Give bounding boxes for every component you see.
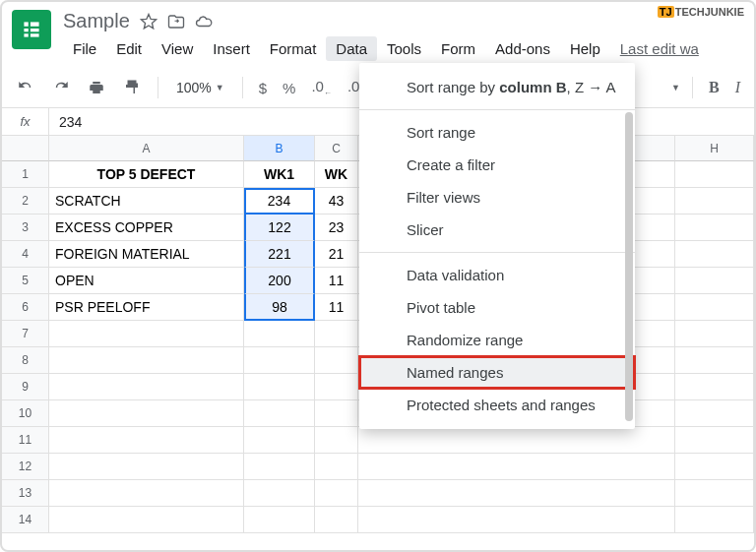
cell[interactable]: 98 xyxy=(244,294,315,321)
menu-data[interactable]: Data xyxy=(326,36,377,61)
menu-edit[interactable]: Edit xyxy=(106,36,152,61)
menu-protected-sheets[interactable]: Protected sheets and ranges xyxy=(359,389,635,421)
cell[interactable] xyxy=(315,374,358,400)
doc-title[interactable]: Sample xyxy=(63,10,130,32)
cell[interactable]: 221 xyxy=(244,241,315,268)
cell[interactable] xyxy=(49,427,244,454)
cell[interactable] xyxy=(244,480,315,507)
cell[interactable] xyxy=(244,454,315,480)
col-header-c[interactable]: C xyxy=(315,136,358,161)
active-cell[interactable]: 234 xyxy=(244,188,315,215)
cell[interactable]: 21 xyxy=(315,241,358,268)
cell[interactable] xyxy=(49,321,244,347)
row-header[interactable]: 4 xyxy=(2,241,49,268)
cell[interactable] xyxy=(315,507,358,533)
cell[interactable] xyxy=(244,400,315,427)
menu-form[interactable]: Form xyxy=(431,36,485,61)
cell[interactable] xyxy=(49,480,244,507)
cell[interactable] xyxy=(315,321,358,347)
col-header-h[interactable]: H xyxy=(675,136,754,161)
menu-create-filter[interactable]: Create a filter xyxy=(359,149,635,181)
cell[interactable] xyxy=(358,427,675,454)
cell[interactable] xyxy=(244,321,315,347)
chevron-down-icon[interactable]: ▼ xyxy=(671,83,680,92)
cell[interactable]: PSR PEELOFF xyxy=(49,294,244,321)
menu-named-ranges[interactable]: Named ranges xyxy=(359,356,635,389)
print-button[interactable] xyxy=(83,74,110,101)
menu-data-validation[interactable]: Data validation xyxy=(359,259,635,291)
menu-sort-range[interactable]: Sort range xyxy=(359,116,635,149)
menu-addons[interactable]: Add-ons xyxy=(485,36,560,61)
cell[interactable]: WK xyxy=(315,161,358,188)
star-icon[interactable] xyxy=(140,13,158,31)
row-header[interactable]: 7 xyxy=(2,321,49,347)
menu-pivot-table[interactable]: Pivot table xyxy=(359,291,635,324)
decrease-decimal-button[interactable]: .0← xyxy=(307,78,336,97)
cell[interactable] xyxy=(244,374,315,400)
row-header[interactable]: 11 xyxy=(2,427,49,454)
italic-button[interactable]: I xyxy=(731,79,744,96)
cell[interactable] xyxy=(358,454,675,480)
cell[interactable] xyxy=(675,480,754,507)
row-header[interactable]: 2 xyxy=(2,188,49,215)
cell[interactable] xyxy=(315,400,358,427)
cell[interactable] xyxy=(315,480,358,507)
menu-format[interactable]: Format xyxy=(260,36,327,61)
bold-button[interactable]: B xyxy=(705,79,724,96)
cell[interactable] xyxy=(675,374,754,400)
menu-file[interactable]: File xyxy=(63,36,106,61)
cell[interactable]: 23 xyxy=(315,215,358,241)
cell[interactable] xyxy=(49,374,244,400)
menu-tools[interactable]: Tools xyxy=(377,36,431,61)
row-header[interactable]: 8 xyxy=(2,347,49,374)
cell[interactable]: 11 xyxy=(315,268,358,294)
cell[interactable]: 200 xyxy=(244,268,315,294)
cloud-saved-icon[interactable] xyxy=(195,13,213,31)
zoom-select[interactable]: 100%▼ xyxy=(170,80,230,95)
currency-button[interactable]: $ xyxy=(255,80,271,96)
cell[interactable]: WK1 xyxy=(244,161,315,188)
redo-button[interactable] xyxy=(47,74,75,101)
cell[interactable] xyxy=(675,215,754,241)
row-header[interactable]: 1 xyxy=(2,161,49,188)
cell[interactable] xyxy=(49,347,244,374)
cell[interactable] xyxy=(49,507,244,533)
move-icon[interactable] xyxy=(167,13,185,31)
cell[interactable]: OPEN xyxy=(49,268,244,294)
cell[interactable] xyxy=(675,400,754,427)
menu-randomize-range[interactable]: Randomize range xyxy=(359,324,635,356)
cell[interactable]: SCRATCH xyxy=(49,188,244,215)
percent-button[interactable]: % xyxy=(279,80,299,96)
menu-insert[interactable]: Insert xyxy=(203,36,260,61)
cell[interactable]: 122 xyxy=(244,215,315,241)
cell[interactable] xyxy=(675,268,754,294)
menu-sort-by-column[interactable]: Sort range by column B, Z → A xyxy=(359,71,635,103)
paint-format-button[interactable] xyxy=(118,74,146,101)
cell[interactable] xyxy=(244,427,315,454)
cell[interactable]: 11 xyxy=(315,294,358,321)
cell[interactable]: TOP 5 DEFECT xyxy=(49,161,244,188)
cell[interactable] xyxy=(675,294,754,321)
cell[interactable] xyxy=(244,507,315,533)
sheets-logo[interactable] xyxy=(12,10,51,49)
row-header[interactable]: 13 xyxy=(2,480,49,507)
cell[interactable] xyxy=(675,427,754,454)
cell[interactable] xyxy=(675,347,754,374)
cell[interactable] xyxy=(675,454,754,480)
menu-filter-views[interactable]: Filter views xyxy=(359,181,635,214)
row-header[interactable]: 12 xyxy=(2,454,49,480)
cell[interactable] xyxy=(358,480,675,507)
row-header[interactable]: 5 xyxy=(2,268,49,294)
row-header[interactable]: 3 xyxy=(2,215,49,241)
col-header-a[interactable]: A xyxy=(49,136,244,161)
cell[interactable] xyxy=(315,427,358,454)
last-edit-link[interactable]: Last edit wa xyxy=(620,40,699,57)
col-header-b[interactable]: B xyxy=(244,136,315,161)
formula-input[interactable]: 234 xyxy=(49,114,82,130)
cell[interactable]: FOREIGN MATERIAL xyxy=(49,241,244,268)
menu-scrollbar[interactable] xyxy=(625,112,633,421)
cell[interactable] xyxy=(675,507,754,533)
cell[interactable] xyxy=(49,454,244,480)
menu-slicer[interactable]: Slicer xyxy=(359,214,635,246)
cell[interactable] xyxy=(675,241,754,268)
